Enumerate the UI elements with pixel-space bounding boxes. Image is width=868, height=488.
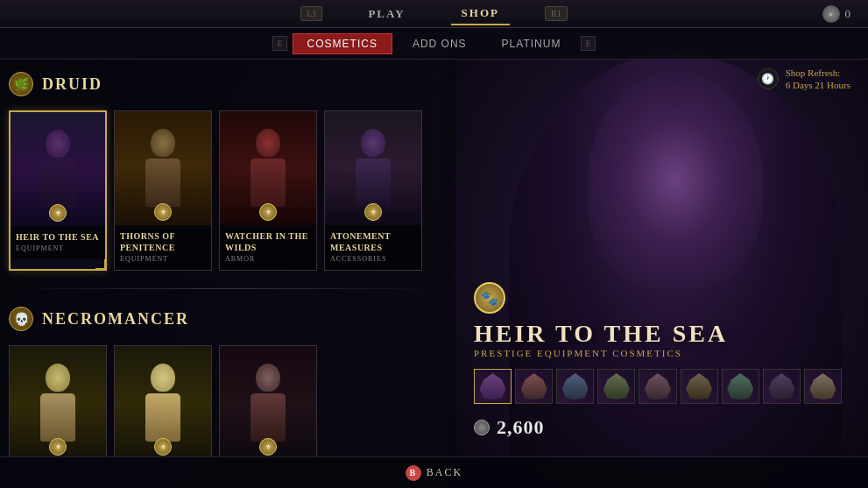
right-panel: 🐾 HEIR TO THE SEA PRESTIGE EQUIPMENT COS… — [448, 60, 868, 456]
datura-image: ⚜ — [115, 346, 211, 456]
item-detail-subtitle: PRESTIGE EQUIPMENT COSMETICS — [474, 348, 842, 358]
secondary-navigation: E Cosmetics Add Ons Platinum E — [0, 28, 868, 60]
platinum-button[interactable]: Platinum — [487, 33, 576, 54]
thumb-9[interactable] — [804, 369, 842, 404]
thorns-body — [145, 159, 180, 207]
section-divider — [9, 288, 447, 289]
refresh-time: 6 Days 21 Hours — [786, 79, 850, 91]
currency-icon — [474, 420, 490, 435]
r1-button[interactable]: R1 — [545, 6, 568, 21]
heir-name: HEIR TO THE SEA — [16, 231, 100, 243]
datura-emblem: ⚜ — [154, 438, 172, 456]
sec-nav-right-icon: E — [581, 36, 595, 51]
item-heir-to-the-sea[interactable]: ⚜ HEIR TO THE SEA EQUIPMENT — [9, 110, 107, 271]
thorns-type: EQUIPMENT — [120, 255, 206, 263]
l1-button[interactable]: L1 — [300, 6, 322, 21]
hawezar-body — [40, 393, 75, 442]
thumb-1[interactable] — [474, 369, 512, 404]
datura-body — [145, 393, 180, 442]
item-detail-icon: 🐾 — [474, 282, 505, 314]
thumb-8[interactable] — [763, 369, 801, 404]
thorns-name: THORNS OF PENITENCE — [120, 230, 206, 253]
druid-header: 🌿 Druid — [9, 68, 447, 100]
atonement-info: ATONEMENT MEASURES ACCESSORIES — [325, 225, 421, 270]
thorns-info: THORNS OF PENITENCE EQUIPMENT — [115, 225, 211, 270]
necromancer-items-grid: ⚜ DEATH IN HAWEZAR ARMOR ⚜ DESERT DA — [9, 345, 447, 456]
back-button-label: Back — [427, 466, 462, 479]
item-desert-datura[interactable]: ⚜ DESERT DATURA ARMOR — [114, 345, 212, 456]
cosmetics-button[interactable]: Cosmetics — [293, 33, 392, 54]
watcher-head — [256, 129, 280, 157]
druid-section: 🌿 Druid ⚜ HEIR TO THE SEA EQUIPMENT — [9, 68, 447, 271]
thorns-emblem: ⚜ — [154, 203, 172, 221]
thumb-3[interactable] — [556, 369, 594, 404]
atonement-image: ⚜ — [325, 111, 421, 225]
refresh-text: Shop Refresh: 6 Days 21 Hours — [786, 67, 850, 92]
thorns-image: ⚜ — [115, 111, 211, 225]
item-death-throes[interactable]: ⚜ DEATH THROES ACCESSORIES — [219, 345, 317, 456]
druid-items-grid: ⚜ HEIR TO THE SEA EQUIPMENT ⚜ THORNS — [9, 110, 447, 271]
bottom-bar: B Back — [0, 456, 868, 488]
platinum-display: ● 0 — [822, 5, 851, 23]
hawezar-image: ⚜ — [10, 346, 106, 456]
heir-type: EQUIPMENT — [16, 244, 100, 252]
thumb-5[interactable] — [639, 369, 676, 404]
atonement-emblem: ⚜ — [364, 203, 382, 221]
back-button[interactable]: B Back — [406, 465, 462, 481]
price-row: 2,600 — [474, 416, 842, 439]
item-watcher-in-the-wilds[interactable]: ⚜ WATCHER IN THE WILDS ARMOR — [219, 110, 317, 271]
watcher-image: ⚜ — [220, 111, 316, 225]
item-thorns-of-penitence[interactable]: ⚜ THORNS OF PENITENCE EQUIPMENT — [114, 110, 212, 271]
item-death-in-hawezar[interactable]: ⚜ DEATH IN HAWEZAR ARMOR — [9, 345, 107, 456]
refresh-label: Shop Refresh: — [786, 67, 850, 79]
atonement-head — [361, 129, 385, 157]
back-button-icon: B — [406, 465, 421, 481]
atonement-type: ACCESSORIES — [330, 255, 416, 263]
heir-body — [40, 159, 75, 208]
atonement-name: ATONEMENT MEASURES — [330, 230, 416, 253]
throes-emblem: ⚜ — [259, 438, 277, 456]
thumb-2[interactable] — [515, 369, 553, 404]
atonement-body — [356, 159, 391, 207]
shop-tab[interactable]: SHOP — [451, 3, 510, 25]
watcher-info: WATCHER IN THE WILDS ARMOR — [220, 225, 316, 270]
hawezar-head — [46, 364, 70, 392]
item-detail: 🐾 HEIR TO THE SEA PRESTIGE EQUIPMENT COS… — [474, 282, 842, 439]
platinum-value: 0 — [845, 7, 851, 21]
necromancer-header: 💀 Necromancer — [9, 303, 447, 335]
throes-body — [251, 393, 286, 442]
throes-image: ⚜ — [220, 346, 316, 456]
watcher-emblem: ⚜ — [259, 203, 277, 221]
hawezar-emblem: ⚜ — [49, 438, 67, 456]
heir-info: HEIR TO THE SEA EQUIPMENT — [11, 226, 105, 259]
druid-icon: 🌿 — [9, 72, 33, 96]
datura-head — [151, 364, 175, 392]
necromancer-icon: 💀 — [9, 307, 33, 331]
thumb-4[interactable] — [597, 369, 635, 404]
item-atonement-measures[interactable]: ⚜ ATONEMENT MEASURES ACCESSORIES — [324, 110, 422, 271]
play-tab[interactable]: PLAY — [357, 4, 415, 25]
item-heir-image: ⚜ — [11, 112, 105, 226]
top-navigation: L1 PLAY SHOP R1 ● 0 — [0, 0, 868, 28]
heir-emblem: ⚜ — [49, 204, 67, 222]
throes-head — [256, 364, 280, 392]
thumb-6[interactable] — [681, 369, 718, 404]
preview-thumbnails — [474, 369, 842, 404]
item-detail-title: HEIR TO THE SEA — [474, 321, 842, 348]
refresh-icon: 🕐 — [758, 68, 779, 89]
price-value: 2,600 — [497, 416, 545, 439]
shop-refresh: 🕐 Shop Refresh: 6 Days 21 Hours — [758, 67, 850, 92]
heir-head — [46, 130, 70, 158]
sec-nav-left-icon: E — [272, 36, 286, 51]
addons-button[interactable]: Add Ons — [398, 33, 482, 54]
watcher-type: ARMOR — [225, 255, 311, 263]
necromancer-section: 💀 Necromancer ⚜ DEATH IN HAWEZAR ARMOR — [9, 303, 447, 456]
watcher-body — [251, 159, 286, 207]
thumb-7[interactable] — [722, 369, 759, 404]
watcher-name: WATCHER IN THE WILDS — [225, 230, 311, 253]
necromancer-label: Necromancer — [42, 310, 189, 329]
thorns-head — [151, 129, 175, 157]
platinum-icon: ● — [822, 5, 840, 23]
main-content: 🌿 Druid ⚜ HEIR TO THE SEA EQUIPMENT — [0, 60, 455, 456]
druid-label: Druid — [42, 75, 102, 94]
